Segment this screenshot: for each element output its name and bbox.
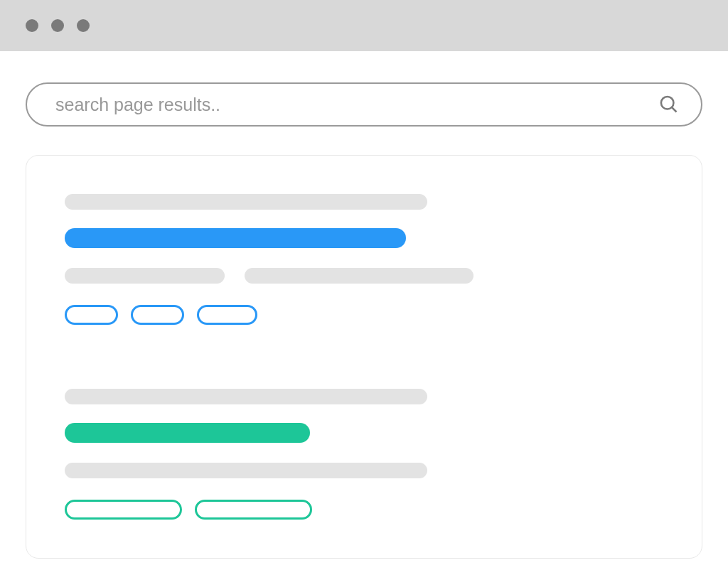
result-url-skeleton: [65, 389, 427, 404]
result-tag[interactable]: [131, 305, 184, 325]
search-icon[interactable]: [658, 94, 680, 115]
result-title-link[interactable]: [65, 423, 310, 443]
result-item: [65, 194, 663, 325]
result-item: [65, 389, 663, 520]
result-meta-row: [65, 268, 663, 284]
window-title-bar: [0, 0, 728, 51]
svg-point-0: [661, 97, 674, 109]
result-tags-row: [65, 305, 663, 325]
result-tag[interactable]: [195, 500, 312, 520]
result-title-link[interactable]: [65, 228, 406, 248]
result-meta-skeleton: [245, 268, 473, 284]
content-area: [0, 51, 728, 559]
result-tag[interactable]: [197, 305, 257, 325]
result-url-skeleton: [65, 194, 427, 210]
svg-line-1: [672, 107, 676, 112]
search-bar[interactable]: [26, 82, 702, 127]
result-meta-skeleton: [65, 268, 225, 284]
window-control-close[interactable]: [26, 19, 38, 32]
results-card: [26, 155, 702, 559]
result-meta-skeleton: [65, 463, 427, 478]
search-input[interactable]: [55, 95, 658, 115]
result-meta-row: [65, 463, 663, 478]
window-control-minimize[interactable]: [51, 19, 64, 32]
result-tags-row: [65, 500, 663, 520]
result-tag[interactable]: [65, 305, 118, 325]
window-control-maximize[interactable]: [77, 19, 90, 32]
result-tag[interactable]: [65, 500, 182, 520]
